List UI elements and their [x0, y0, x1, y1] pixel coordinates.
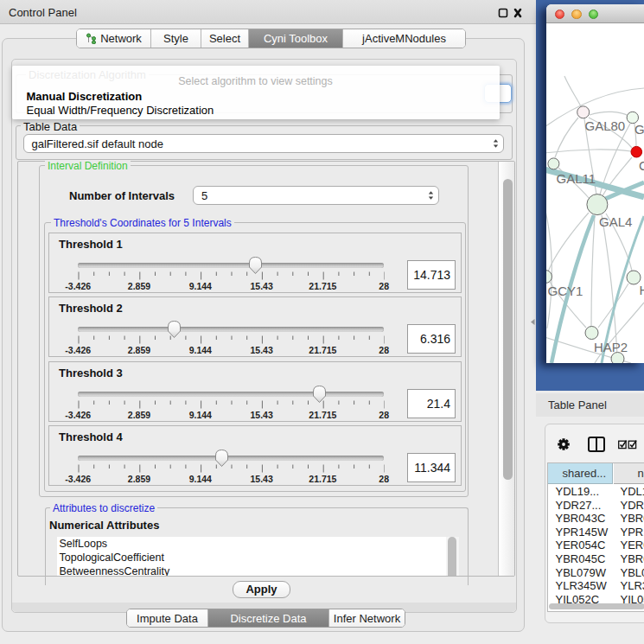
- svg-text:H: H: [640, 283, 644, 297]
- svg-text:GAL11: GAL11: [557, 171, 596, 186]
- svg-text:G.: G.: [634, 122, 644, 137]
- svg-text:HAP2: HAP2: [594, 340, 628, 354]
- svg-text:C: C: [639, 158, 644, 173]
- svg-text:GAL80: GAL80: [585, 118, 626, 133]
- svg-text:GCY1: GCY1: [548, 284, 583, 298]
- svg-text:GAL4: GAL4: [599, 214, 632, 229]
